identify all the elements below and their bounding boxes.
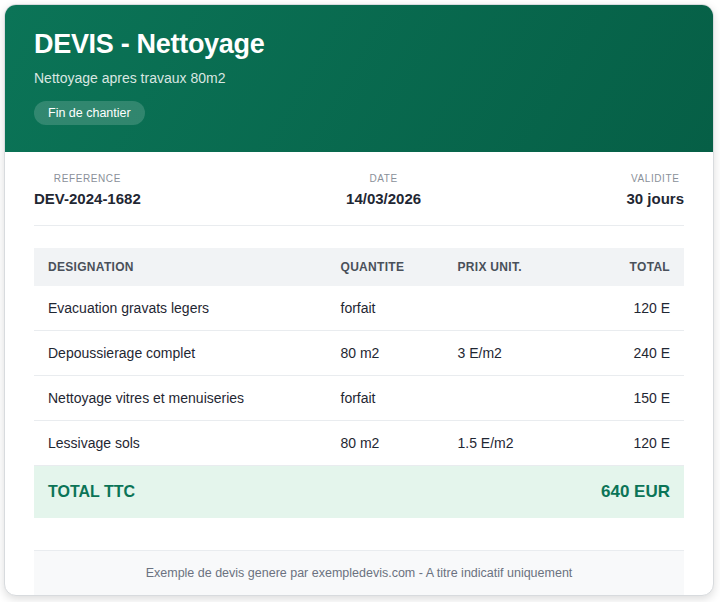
meta-date-value: 14/03/2026 xyxy=(346,190,421,207)
meta-date-label: DATE xyxy=(346,173,421,184)
col-header-quantite: QUANTITE xyxy=(327,248,444,286)
cell-total: 120 E xyxy=(554,421,684,466)
cell-prix-unit: 1.5 E/m2 xyxy=(444,421,555,466)
col-header-prix-unit: PRIX UNIT. xyxy=(444,248,555,286)
meta-validite-label: VALIDITE xyxy=(626,173,684,184)
cell-prix-unit xyxy=(444,286,555,331)
meta-reference: REFERENCE DEV-2024-1682 xyxy=(34,173,141,207)
table-header: DESIGNATION QUANTITE PRIX UNIT. TOTAL xyxy=(34,248,684,286)
cell-designation: Depoussierage complet xyxy=(34,331,327,376)
cell-designation: Nettoyage vitres et menuiseries xyxy=(34,376,327,421)
col-header-total: TOTAL xyxy=(554,248,684,286)
cell-designation: Evacuation gravats legers xyxy=(34,286,327,331)
cell-quantite: 80 m2 xyxy=(327,331,444,376)
meta-validite: VALIDITE 30 jours xyxy=(626,173,684,207)
cell-total: 240 E xyxy=(554,331,684,376)
table-row: Lessivage sols 80 m2 1.5 E/m2 120 E xyxy=(34,421,684,466)
meta-reference-value: DEV-2024-1682 xyxy=(34,190,141,207)
meta-divider xyxy=(34,225,684,226)
total-label: TOTAL TTC xyxy=(34,466,327,519)
table-row: Depoussierage complet 80 m2 3 E/m2 240 E xyxy=(34,331,684,376)
devis-body: REFERENCE DEV-2024-1682 DATE 14/03/2026 … xyxy=(5,152,713,595)
cell-quantite: 80 m2 xyxy=(327,421,444,466)
cell-prix-unit: 3 E/m2 xyxy=(444,331,555,376)
cell-total: 120 E xyxy=(554,286,684,331)
cell-quantite: forfait xyxy=(327,376,444,421)
table-row: Nettoyage vitres et menuiseries forfait … xyxy=(34,376,684,421)
total-row: TOTAL TTC 640 EUR xyxy=(34,466,684,519)
cell-designation: Lessivage sols xyxy=(34,421,327,466)
status-badge: Fin de chantier xyxy=(34,101,145,126)
devis-subtitle: Nettoyage apres travaux 80m2 xyxy=(34,70,684,86)
cell-prix-unit xyxy=(444,376,555,421)
table-row: Evacuation gravats legers forfait 120 E xyxy=(34,286,684,331)
meta-reference-label: REFERENCE xyxy=(34,173,141,184)
total-value: 640 EUR xyxy=(554,466,684,519)
meta-row: REFERENCE DEV-2024-1682 DATE 14/03/2026 … xyxy=(34,173,684,207)
devis-card: DEVIS - Nettoyage Nettoyage apres travau… xyxy=(4,4,714,596)
devis-header: DEVIS - Nettoyage Nettoyage apres travau… xyxy=(5,5,713,152)
meta-validite-value: 30 jours xyxy=(626,190,684,207)
line-items-table: DESIGNATION QUANTITE PRIX UNIT. TOTAL Ev… xyxy=(34,248,684,518)
col-header-designation: DESIGNATION xyxy=(34,248,327,286)
page-title: DEVIS - Nettoyage xyxy=(34,30,684,60)
cell-total: 150 E xyxy=(554,376,684,421)
cell-quantite: forfait xyxy=(327,286,444,331)
meta-date: DATE 14/03/2026 xyxy=(346,173,421,207)
footer-disclaimer: Exemple de devis genere par exempledevis… xyxy=(34,550,684,595)
